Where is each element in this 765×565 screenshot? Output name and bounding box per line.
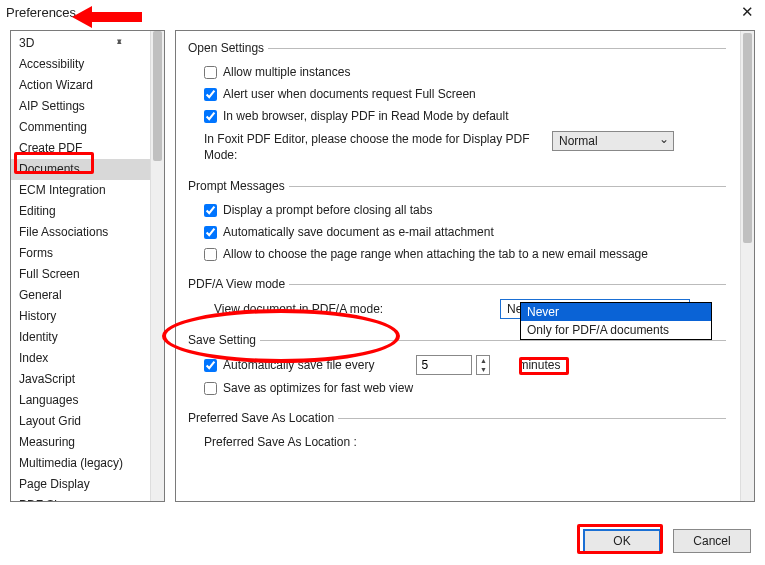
scroll-thumb[interactable]	[153, 31, 162, 161]
display-mode-select[interactable]: Normal	[552, 131, 674, 151]
scroll-thumb[interactable]	[743, 33, 752, 243]
sidebar-scrollbar[interactable]: ▴ ▾	[150, 31, 164, 501]
allow-page-range-label: Allow to choose the page range when atta…	[223, 247, 648, 261]
sidebar-item[interactable]: ECM Integration	[11, 180, 150, 201]
save-setting-group: Save Setting Automatically save file eve…	[190, 333, 726, 399]
spinner-down-icon[interactable]: ▼	[477, 365, 489, 374]
sidebar-item[interactable]: Commenting	[11, 117, 150, 138]
sidebar-item[interactable]: General	[11, 285, 150, 306]
sidebar-container: 3DAccessibilityAction WizardAIP Settings…	[10, 30, 165, 502]
group-legend: Prompt Messages	[188, 179, 289, 193]
close-icon[interactable]: ✕	[735, 0, 759, 24]
sidebar-item[interactable]: Languages	[11, 390, 150, 411]
cancel-button[interactable]: Cancel	[673, 529, 751, 553]
sidebar-item[interactable]: Documents	[11, 159, 150, 180]
pdfa-mode-dropdown[interactable]: NeverOnly for PDF/A documents	[520, 302, 712, 340]
sidebar-item[interactable]: Measuring	[11, 432, 150, 453]
auto-save-checkbox[interactable]	[204, 359, 217, 372]
dropdown-option[interactable]: Never	[521, 303, 711, 321]
fast-web-view-label: Save as optimizes for fast web view	[223, 381, 413, 395]
sidebar-item[interactable]: Forms	[11, 243, 150, 264]
group-legend: Save Setting	[188, 333, 260, 347]
titlebar: Preferences ✕	[0, 0, 765, 24]
read-mode-label: In web browser, display PDF in Read Mode…	[223, 109, 508, 123]
sidebar-item[interactable]: Identity	[11, 327, 150, 348]
prompt-close-tabs-checkbox[interactable]	[204, 204, 217, 217]
sidebar-item[interactable]: Editing	[11, 201, 150, 222]
category-list[interactable]: 3DAccessibilityAction WizardAIP Settings…	[11, 31, 150, 501]
prompt-messages-group: Prompt Messages Display a prompt before …	[190, 179, 726, 265]
sidebar-item[interactable]: Create PDF	[11, 138, 150, 159]
ok-button[interactable]: OK	[583, 529, 661, 553]
sidebar-item[interactable]: Full Screen	[11, 264, 150, 285]
save-location-label: Preferred Save As Location :	[204, 435, 357, 449]
dropdown-option[interactable]: Only for PDF/A documents	[521, 321, 711, 339]
sidebar-item[interactable]: Multimedia (legacy)	[11, 453, 150, 474]
save-interval-spinner[interactable]: ▲ ▼	[416, 355, 490, 375]
auto-save-label: Automatically save file every	[223, 358, 374, 372]
open-settings-group: Open Settings Allow multiple instances A…	[190, 41, 726, 167]
save-interval-unit: minutes	[518, 358, 560, 372]
allow-multiple-label: Allow multiple instances	[223, 65, 350, 79]
preferred-save-location-group: Preferred Save As Location Preferred Sav…	[190, 411, 726, 453]
save-interval-input[interactable]	[416, 355, 472, 375]
sidebar-item[interactable]: File Associations	[11, 222, 150, 243]
pdfa-mode-label: View document in PDF/A mode:	[204, 302, 494, 316]
sidebar-item[interactable]: Layout Grid	[11, 411, 150, 432]
group-legend: PDF/A View mode	[188, 277, 289, 291]
sidebar-item[interactable]: History	[11, 306, 150, 327]
fast-web-view-checkbox[interactable]	[204, 382, 217, 395]
sidebar-item[interactable]: Index	[11, 348, 150, 369]
auto-save-attachment-checkbox[interactable]	[204, 226, 217, 239]
read-mode-checkbox[interactable]	[204, 110, 217, 123]
auto-save-attachment-label: Automatically save document as e-mail at…	[223, 225, 494, 239]
prompt-close-tabs-label: Display a prompt before closing all tabs	[223, 203, 432, 217]
sidebar-item[interactable]: 3D	[11, 33, 150, 54]
sidebar-item[interactable]: JavaScript	[11, 369, 150, 390]
sidebar-item[interactable]: Action Wizard	[11, 75, 150, 96]
main-scrollbar[interactable]	[740, 31, 754, 501]
alert-fullscreen-label: Alert user when documents request Full S…	[223, 87, 476, 101]
sidebar-item[interactable]: Accessibility	[11, 54, 150, 75]
spinner-buttons[interactable]: ▲ ▼	[476, 355, 490, 375]
spinner-up-icon[interactable]: ▲	[477, 356, 489, 365]
main-panel: Open Settings Allow multiple instances A…	[175, 30, 755, 502]
window-title: Preferences	[6, 5, 76, 20]
sidebar-item[interactable]: PDF Sign	[11, 495, 150, 501]
group-legend: Open Settings	[188, 41, 268, 55]
alert-fullscreen-checkbox[interactable]	[204, 88, 217, 101]
allow-page-range-checkbox[interactable]	[204, 248, 217, 261]
group-legend: Preferred Save As Location	[188, 411, 338, 425]
allow-multiple-checkbox[interactable]	[204, 66, 217, 79]
sidebar-item[interactable]: AIP Settings	[11, 96, 150, 117]
sidebar-item[interactable]: Page Display	[11, 474, 150, 495]
display-mode-value: Normal	[559, 134, 598, 148]
display-mode-text: In Foxit PDF Editor, please choose the m…	[204, 131, 544, 163]
